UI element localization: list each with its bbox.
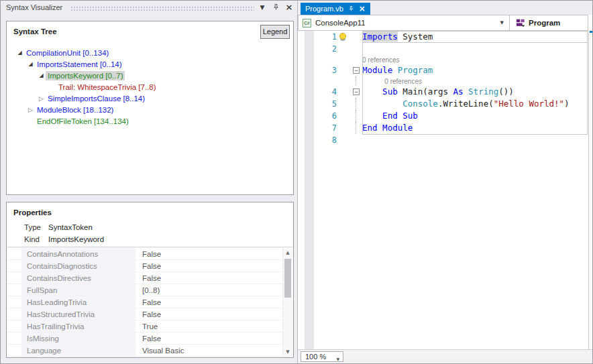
tool-window-titlebar[interactable]: Syntax Visualizer ▼ × [1, 1, 297, 15]
code-token: System [398, 32, 433, 42]
tab-program-vb[interactable]: Program.vb × [301, 3, 370, 15]
property-row[interactable]: HasLeadingTriviaFalse [7, 296, 282, 308]
pin-icon[interactable] [270, 2, 281, 13]
outlining-margin: − [352, 64, 362, 76]
code-token: Console [402, 99, 438, 109]
scroll-up-icon[interactable]: ▲ [283, 248, 292, 257]
code-token: ) [564, 99, 570, 109]
outlining-margin [352, 98, 362, 110]
line-gutter [298, 76, 352, 86]
property-row[interactable]: LanguageVisual Basic [7, 345, 282, 357]
tree-node-label: ImportsStatement [0..14) [35, 60, 124, 69]
expanded-triangle-icon[interactable]: ◢ [15, 50, 24, 56]
references-link[interactable]: 0 references [362, 56, 400, 65]
code-token: As [453, 86, 463, 97]
chevron-down-icon[interactable]: ▼ [500, 20, 504, 25]
property-row[interactable]: ContainsDiagnosticsFalse [7, 260, 282, 272]
navigation-bar: C# ConsoleApp11 ▼ Program [298, 15, 588, 31]
property-name: ContainsAnnotations [21, 248, 136, 259]
line-gutter: 5 [298, 98, 352, 110]
property-name: Language [21, 345, 136, 356]
properties-scrollbar[interactable]: ▲ ▼ [282, 248, 292, 357]
window-position-chevron-icon[interactable]: ▼ [257, 2, 268, 13]
module-icon [516, 18, 525, 27]
property-row[interactable]: IsMissingFalse [7, 332, 282, 345]
code-token: End Module [362, 123, 413, 133]
outlining-margin [352, 122, 362, 134]
property-row[interactable]: HasTrailingTriviaTrue [7, 320, 282, 332]
codelens-text: 0 references [362, 55, 588, 64]
code-token [464, 86, 469, 97]
code-line: 6 End Sub [298, 110, 588, 122]
outlining-margin [352, 110, 362, 122]
property-value: False [136, 308, 161, 320]
member-name: Program [529, 19, 560, 27]
code-text: Imports System [362, 31, 588, 43]
project-name: ConsoleApp11 [315, 19, 366, 27]
type-value: SyntaxToken [48, 223, 93, 231]
editor-bottom-bar: 100 % ▼ [298, 349, 593, 363]
tree-node[interactable]: ◢ImportsKeyword [0..7) [7, 70, 292, 81]
document-tabstrip: Program.vb × [298, 1, 593, 15]
tree-node-label: Trail: WhitespaceTrivia [7..8) [56, 82, 158, 92]
scroll-down-icon[interactable]: ▼ [283, 347, 292, 357]
project-dropdown[interactable]: C# ConsoleApp11 ▼ [299, 15, 510, 30]
tree-node[interactable]: EndOfFileToken [134..134) [7, 115, 292, 127]
code-editor[interactable]: 1Imports System20 references3−Module Pro… [298, 31, 593, 349]
chevron-down-icon[interactable]: ▼ [336, 355, 339, 364]
editor-scrollbar[interactable] [588, 31, 593, 349]
lightbulb-icon[interactable] [339, 33, 346, 40]
tab-close-icon[interactable]: × [359, 5, 366, 12]
property-row[interactable]: HasStructuredTriviaFalse [7, 308, 282, 320]
collapsed-triangle-icon[interactable]: ▷ [26, 107, 35, 113]
property-name: HasStructuredTrivia [21, 308, 136, 320]
property-row[interactable]: ContainsDirectivesFalse [7, 272, 282, 284]
line-gutter: 8 [298, 134, 352, 146]
code-token: Imports [362, 32, 398, 42]
line-number: 4 [310, 86, 337, 98]
code-token [392, 65, 398, 75]
property-value: False [136, 260, 161, 271]
property-value: False [136, 248, 161, 259]
scrollbar-thumb[interactable] [284, 259, 291, 298]
expanded-triangle-icon[interactable]: ◢ [26, 61, 35, 67]
tab-pin-icon[interactable] [348, 5, 354, 12]
properties-grid: ContainsAnnotationsFalseContainsDiagnost… [7, 248, 282, 357]
tree-node[interactable]: ◢CompilationUnit [0..134) [7, 47, 292, 58]
line-gutter: 7 [298, 122, 352, 134]
close-icon[interactable]: × [284, 2, 294, 13]
collapse-region-box[interactable]: − [353, 67, 360, 74]
property-name: HasTrailingTrivia [21, 320, 136, 332]
caret-position-marker [590, 31, 593, 33]
tree-node[interactable]: ▷SimpleImportsClause [8..14) [7, 93, 292, 104]
outlining-margin [352, 43, 362, 55]
tree-node[interactable]: ▷ModuleBlock [18..132) [7, 104, 292, 115]
line-gutter: 4 [298, 86, 352, 98]
property-name: FullSpan [21, 284, 136, 296]
zoom-dropdown[interactable]: 100 % ▼ [301, 351, 343, 362]
code-token: Sub [382, 86, 398, 97]
collapsed-triangle-icon[interactable]: ▷ [37, 95, 46, 102]
tree-node[interactable]: Trail: WhitespaceTrivia [7..8) [7, 81, 292, 93]
references-link[interactable]: 0 references [362, 77, 422, 86]
property-value: True [136, 320, 158, 332]
property-row[interactable]: FullSpan[0..8) [7, 284, 282, 296]
code-line: 4− Sub Main(args As String()) [298, 86, 588, 98]
tree-node[interactable]: ◢ImportsStatement [0..14) [7, 58, 292, 70]
code-token: Main(args [398, 86, 453, 97]
property-value: False [136, 272, 161, 284]
tool-window-title: Syntax Visualizer [6, 3, 62, 11]
collapse-region-box[interactable]: − [353, 88, 360, 95]
member-dropdown[interactable]: Program [510, 15, 560, 30]
code-token: .WriteLine( [438, 99, 494, 109]
legend-button[interactable]: Legend [260, 25, 290, 39]
code-text [362, 134, 588, 146]
expanded-triangle-icon[interactable]: ◢ [37, 72, 46, 78]
property-row[interactable]: ContainsAnnotationsFalse [7, 248, 282, 260]
property-name: IsMissing [21, 332, 136, 344]
property-value: False [136, 296, 161, 308]
code-token [362, 86, 382, 97]
property-name: HasLeadingTrivia [21, 296, 136, 308]
tree-node-label: EndOfFileToken [134..134) [35, 117, 131, 126]
kind-label: Kind [24, 233, 48, 245]
